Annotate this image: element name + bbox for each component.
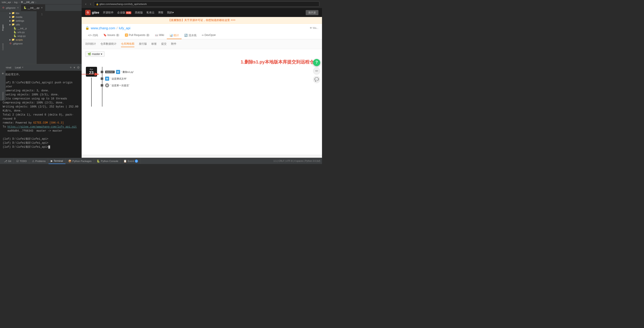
commit-info-3: W ' 这是第一次提交' <box>105 83 129 87</box>
terminal-tab-local-close[interactable]: ✕ <box>22 66 24 69</box>
float-btn-help[interactable]: ? <box>313 59 320 66</box>
stats-nav-commits[interactable]: 提交 <box>161 41 166 47</box>
terminal-cursor <box>48 145 50 149</box>
float-btn-chat[interactable]: 💬 <box>313 76 320 83</box>
bottom-tab-event[interactable]: 📋 Event 1 <box>121 158 140 164</box>
gitee-nav-private[interactable]: 私有云 <box>146 11 154 14</box>
tab-init-label: __init__.py <box>28 6 39 9</box>
tab-gitignore-close[interactable]: ✕ <box>17 6 19 9</box>
repo-nav-code[interactable]: </> 代码 <box>85 32 100 39</box>
gitee-banner[interactable]: 【直播预告】关于开源许可证，你想知道的都在这里 >>> <box>82 17 322 24</box>
repo-nav-devops[interactable]: ∞ DevOps▾ <box>199 32 218 39</box>
bottom-tab-python-packages[interactable]: 📦 Python Packages <box>66 158 94 164</box>
browser-forward-btn[interactable]: › <box>89 1 92 6</box>
repo-nav-issues[interactable]: 🔖 Issues 0 <box>100 32 122 39</box>
stats-nav-repo[interactable]: 仓库数据统计 <box>100 41 116 47</box>
date-block: Apr 23 <box>86 67 97 77</box>
tree-item-urls-py[interactable]: 🐍 urls.py <box>5 30 37 34</box>
commit-msg-3: ' 这是第一次提交' <box>110 84 129 87</box>
repo-nav-pipeline[interactable]: 🔄 流水线 <box>182 32 199 39</box>
file-icon-urls: 🐍 <box>14 31 16 33</box>
tab-gitignore-label: .gitignore <box>5 6 16 9</box>
tree-item-libs[interactable]: ▶ 📁 libs <box>5 11 37 15</box>
breadcrumb-file: ⚙ __init_.py <box>21 1 34 3</box>
repo-nav-prs[interactable]: 🔀 Pull Requests 0 <box>122 32 152 39</box>
gitee-nav-university[interactable]: 高校版 <box>135 11 143 14</box>
gitee-repo-link[interactable]: https://gitee.com/wwwzhang-com/lufy_api.… <box>8 125 77 128</box>
gitee-search-btn[interactable]: 搜开源 <box>306 10 318 15</box>
folder-icon-media: 📁 <box>12 15 15 18</box>
watch-btn[interactable]: 👁 Wa... <box>310 26 318 29</box>
git-icon: ⎇ <box>4 160 7 163</box>
gitee-footer: G gitee 深圳市奥思网络科技有限公司版权所有 Git 大全 Git 命令学… <box>82 155 322 158</box>
gitee-nav-opensource[interactable]: 开源软件 <box>103 11 114 14</box>
terminal-dropdown-btn[interactable]: ▾ <box>74 66 75 69</box>
terminal-settings-btn[interactable]: ⚙ <box>77 66 80 69</box>
commit-dot-3 <box>100 84 103 87</box>
tree-item-scripts[interactable]: ▶ 📁 scripts <box>5 38 37 41</box>
tree-item-wsgi-py[interactable]: 🐍 wsgi.py <box>5 34 37 38</box>
gitee-nav-mine[interactable]: 我的▾ <box>167 11 174 14</box>
breadcrumb-sep1: > <box>12 1 13 3</box>
tree-item-gitignore[interactable]: ⚙ .gitignore <box>5 41 37 45</box>
stats-nav-attachments[interactable]: 附件 <box>171 41 176 47</box>
breadcrumb-sep3: > <box>35 1 36 3</box>
tab-gitignore[interactable]: ⚙ .gitignore ✕ <box>0 4 21 11</box>
master-badge: master <box>105 71 115 73</box>
terminal-add-btn[interactable]: + <box>70 65 72 69</box>
repo-nav-wiki[interactable]: 📖 Wiki <box>152 32 167 39</box>
commit-row-2: W ' 这是测试文件' <box>100 75 318 82</box>
terminal-body[interactable]: 或批处理文件。 (luf) D:\lufei项目\lufei_api>git p… <box>0 71 82 158</box>
terminal-line-total: Total 2 (delta 1), reused 0 (delta 0), p… <box>3 113 79 121</box>
float-buttons: ? ✏ 💬 <box>313 59 320 83</box>
terminal-prompt1: (luf) D:\lufei项目\lufei_api> <box>3 137 79 141</box>
browser-url-bar[interactable]: 🔒 gitee.com/wwwzhang-com/lufy_api/networ… <box>94 1 319 7</box>
bottom-tab-python-console[interactable]: 🐍 Python Console <box>94 158 121 164</box>
bottom-tab-git[interactable]: ⎇ Git <box>2 158 14 164</box>
tree-item-settings[interactable]: ▶ 📁 settings <box>5 19 37 22</box>
float-btn-edit[interactable]: ✏ <box>313 67 320 75</box>
todo-icon: ☑ <box>16 160 19 163</box>
browser-back-btn[interactable]: ‹ <box>84 1 87 6</box>
bottom-tab-todo[interactable]: ☑ TODO <box>14 158 29 164</box>
terminal-line-compress: Compressing objects: 100% (2/2), done. <box>3 101 79 105</box>
tree-item-utils[interactable]: ▶ 📁 utils <box>5 22 37 26</box>
bottom-tabs-bar: ⎇ Git ☑ TODO ⚠ Problems ▶ Terminal 📦 Pyt… <box>0 158 322 164</box>
terminal-tab-local-label: Local <box>15 66 21 69</box>
empty-space <box>82 110 322 155</box>
breadcrumb-lufei_api[interactable]: lufei_api <box>2 1 11 3</box>
terminal-tab-local[interactable]: Local ✕ <box>14 66 25 69</box>
stats-nav-visit[interactable]: 访问统计 <box>85 41 96 47</box>
gitee-logo[interactable]: G gitee <box>85 10 99 15</box>
python-console-icon: 🐍 <box>96 160 100 163</box>
project-icon[interactable]: Project <box>2 24 4 31</box>
bottom-tab-terminal[interactable]: ▶ Terminal <box>48 158 66 164</box>
commit-info-2: W ' 这是测试文件' <box>105 77 127 81</box>
tree-item-init-py[interactable]: 🐍 __init_.p <box>5 26 37 30</box>
stats-nav-tags[interactable]: 标签 <box>152 41 157 47</box>
repo-name-link[interactable]: lufy_api <box>119 26 130 30</box>
branch-selector[interactable]: 🌿 master ▾ <box>85 51 105 57</box>
tree-item-media[interactable]: ▶ 📁 media <box>5 15 37 19</box>
terminal-line-remote: remote: Powered by GITEE.COM [GNK-6.3] <box>3 121 79 125</box>
bottom-tab-problems[interactable]: ⚠ Problems <box>30 158 48 164</box>
tab-init-py[interactable]: 🐍 __init__.py ✕ <box>21 4 45 11</box>
repo-owner-link[interactable]: www.zhang.com <box>91 26 115 30</box>
stats-nav-network[interactable]: 仓库网络图 <box>121 41 134 47</box>
gitee-nav-blog[interactable]: 博客 <box>158 11 164 14</box>
tab-init-close[interactable]: ✕ <box>41 6 43 9</box>
commit-row-1: master W ' 删除s1.py' <box>100 69 318 75</box>
commit-icon[interactable]: Commit <box>2 43 4 50</box>
breadcrumb-log[interactable]: log <box>14 1 18 3</box>
code-editor[interactable] <box>44 11 82 64</box>
problems-tab-label: Problems <box>35 160 46 162</box>
commit-dot-2 <box>100 77 103 80</box>
date-day: 23 <box>88 71 95 75</box>
stats-nav-releases[interactable]: 发行版 <box>139 41 147 47</box>
repo-nav-stats[interactable]: 📊 统计 <box>167 32 182 39</box>
terminal-line-count: Counting objects: 100% (3/3), done. <box>3 93 79 97</box>
gitee-nav-enterprise[interactable]: 企业版 特惠 <box>117 11 131 14</box>
terminal-line-blank1 <box>3 77 79 81</box>
enterprise-badge: 特惠 <box>126 11 131 14</box>
status-info: 1:1 | CRLF | UTF-8 | 4 spaces | Python 3… <box>274 160 320 162</box>
